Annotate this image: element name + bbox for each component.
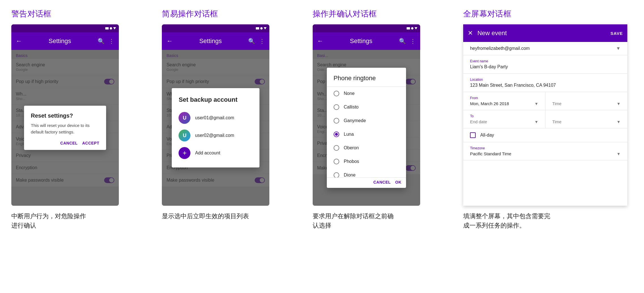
radio-item-dione[interactable]: Dione — [327, 168, 406, 177]
simple-dialog-title: Set backup account — [179, 96, 253, 103]
add-account-icon: + — [179, 147, 190, 159]
status-bar — [11, 24, 119, 32]
more-icon-3[interactable]: ⋮ — [410, 38, 416, 44]
account-item-2[interactable]: U user02@gmail.com — [179, 127, 253, 144]
account-avatar-1: U — [179, 112, 190, 124]
email-dropdown-arrow[interactable]: ▼ — [616, 46, 621, 51]
alert-dialog-body: This will reset your device to its defau… — [31, 122, 99, 135]
to-label: To — [470, 114, 538, 118]
search-icon[interactable]: 🔍 — [98, 38, 105, 44]
fullscreen-toolbar: ✕ New event SAVE — [463, 24, 627, 42]
account-item-1[interactable]: U user01@gmail.com — [179, 109, 253, 127]
phone-toolbar-confirm: ← Settings 🔍 ⋮ — [313, 32, 420, 50]
alert-dialog: Reset settings? This will reset your dev… — [24, 106, 106, 150]
back-button-3[interactable]: ← — [317, 37, 323, 45]
from-date-field: From Mon, March 26 2018 ▼ — [463, 92, 546, 110]
alert-dialog-actions: CANCEL ACCEPT — [31, 141, 99, 145]
to-row: To End date ▼ Time ▼ — [463, 110, 627, 128]
radio-circle-dione — [334, 172, 339, 177]
radio-list: None Callisto Ganymede Luna — [327, 87, 406, 177]
description-confirm: 要求用户在解除对话框之前确认选择 — [313, 211, 394, 230]
location-value[interactable]: 123 Main Street, San Francisco, CA 94107 — [470, 83, 621, 88]
phone-toolbar-alert: ← Settings 🔍 ⋮ — [11, 32, 119, 50]
event-name-value[interactable]: Liam's B-day Party — [470, 64, 621, 69]
to-date-field: To End date ▼ — [463, 110, 546, 128]
search-icon-3[interactable]: 🔍 — [399, 38, 406, 44]
from-time-field: Time ▼ — [546, 92, 628, 110]
more-icon-2[interactable]: ⋮ — [259, 38, 265, 44]
from-time-value: Time — [552, 101, 562, 106]
description-alert: 中断用户行为，对危险操作进行确认 — [11, 211, 86, 230]
toolbar-icons: 🔍 ⋮ — [98, 38, 114, 44]
radio-label-luna: Luna — [344, 132, 354, 137]
timezone-value: Pacific Standard Time — [470, 151, 511, 156]
wifi-icon — [110, 27, 112, 29]
save-button[interactable]: SAVE — [610, 31, 623, 36]
battery-icon-2 — [264, 27, 267, 29]
radio-label-oberon: Oberon — [344, 145, 359, 150]
section-title-fullscreen: 全屏幕对话框 — [463, 9, 511, 19]
wifi-icon-2 — [260, 27, 263, 29]
to-date-value: End date — [470, 119, 487, 124]
account-email-1: user01@gmail.com — [195, 115, 234, 120]
radio-circle-luna — [334, 131, 339, 137]
status-bar-3 — [313, 24, 420, 32]
search-icon-2[interactable]: 🔍 — [248, 38, 255, 44]
all-day-checkbox[interactable] — [470, 132, 476, 138]
phone-mockup-confirm: ← Settings 🔍 ⋮ Basi... Search engineGoo.… — [313, 24, 420, 206]
add-account-item[interactable]: + Add account — [179, 144, 253, 162]
section-alert-dialog: 警告对话框 ← Settings 🔍 ⋮ Basics Search engin… — [11, 9, 162, 283]
from-date-dropdown[interactable]: Mon, March 26 2018 ▼ — [470, 101, 538, 106]
phone-content-confirm: Basi... Search engineGoo... Pop up if hi… — [313, 50, 420, 206]
timezone-label: Timezone — [470, 146, 621, 150]
accept-button[interactable]: ACCEPT — [82, 141, 99, 145]
phone-toolbar-simple: ← Settings 🔍 ⋮ — [162, 32, 269, 50]
add-account-label: Add account — [195, 150, 220, 156]
email-field-row: heyfromelizabeth@gmail.com ▼ — [463, 42, 627, 55]
all-day-label: All-day — [480, 133, 494, 138]
avatar-img-2: U — [179, 129, 190, 141]
toolbar-icons-2: 🔍 ⋮ — [248, 38, 265, 44]
timezone-field: Timezone Pacific Standard Time ▼ — [463, 142, 627, 160]
event-name-field: Event name Liam's B-day Party — [463, 55, 627, 74]
radio-label-callisto: Callisto — [344, 105, 359, 110]
radio-item-oberon[interactable]: Oberon — [327, 141, 406, 155]
radio-item-ganymede[interactable]: Ganymede — [327, 114, 406, 128]
cancel-button[interactable]: CANCEL — [60, 141, 78, 145]
alert-dialog-title: Reset settings? — [31, 112, 99, 119]
simple-dialog: Set backup account U user01@gmail.com U … — [172, 88, 259, 167]
radio-circle-ganymede — [334, 118, 339, 124]
radio-circle-oberon — [334, 145, 339, 151]
radio-item-phobos[interactable]: Phobos — [327, 155, 406, 168]
confirm-dialog-title: Phone ringtone — [327, 68, 406, 87]
section-title-simple: 简易操作对话框 — [162, 9, 218, 19]
from-date-arrow: ▼ — [534, 101, 538, 106]
ok-button-confirm[interactable]: OK — [395, 180, 402, 184]
phone-content-simple: Basics Search engine Google Pop up if hi… — [162, 50, 269, 206]
from-date-value: Mon, March 26 2018 — [470, 101, 509, 106]
back-button[interactable]: ← — [16, 37, 22, 45]
all-day-row[interactable]: All-day — [463, 128, 627, 142]
radio-item-luna[interactable]: Luna — [327, 128, 406, 141]
cancel-button-confirm[interactable]: CANCEL — [373, 180, 390, 184]
fullscreen-title: New event — [477, 29, 606, 37]
radio-item-none[interactable]: None — [327, 87, 406, 100]
toolbar-title-2: Settings — [176, 37, 245, 45]
event-name-label: Event name — [470, 59, 621, 63]
fullscreen-dialog: ✕ New event SAVE heyfromelizabeth@gmail.… — [463, 24, 627, 206]
from-time-dropdown[interactable]: Time ▼ — [552, 101, 621, 106]
phone-mockup-simple: ← Settings 🔍 ⋮ Basics Search engine Goog… — [162, 24, 269, 206]
timezone-dropdown[interactable]: Pacific Standard Time ▼ — [470, 151, 621, 156]
description-simple: 显示选中后立即生效的项目列表 — [162, 211, 249, 221]
radio-item-callisto[interactable]: Callisto — [327, 100, 406, 114]
to-date-arrow: ▼ — [534, 120, 538, 124]
more-icon[interactable]: ⋮ — [109, 38, 114, 44]
to-time-dropdown[interactable]: Time ▼ — [552, 119, 621, 124]
section-confirm-dialog: 操作并确认对话框 ← Settings 🔍 ⋮ Basi... Search e… — [313, 9, 463, 283]
section-title-confirm: 操作并确认对话框 — [313, 9, 377, 19]
close-icon[interactable]: ✕ — [468, 29, 473, 37]
battery-icon-3 — [415, 27, 417, 29]
to-date-dropdown[interactable]: End date ▼ — [470, 119, 538, 124]
wifi-icon-3 — [411, 27, 413, 29]
back-button-2[interactable]: ← — [166, 37, 173, 45]
